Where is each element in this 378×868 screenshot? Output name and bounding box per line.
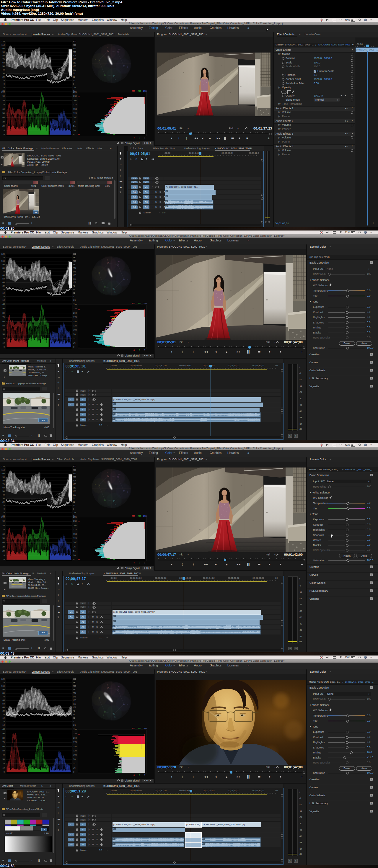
svg-text:Mg: Mg — [118, 261, 120, 263]
svg-text:fx: fx — [165, 200, 167, 202]
svg-text:fx: fx — [113, 630, 114, 632]
svg-text:G: G — [103, 77, 104, 79]
svg-text:G: G — [103, 502, 104, 503]
svg-text:fx: fx — [113, 625, 114, 627]
svg-text:Yl: Yl — [95, 272, 96, 273]
svg-text:Mg: Mg — [118, 49, 120, 50]
svg-text:fx: fx — [165, 206, 167, 207]
svg-text:fx: fx — [202, 838, 204, 840]
svg-text:Cy: Cy — [114, 503, 116, 505]
svg-text:Yl: Yl — [95, 59, 96, 61]
svg-text:R: R — [107, 684, 108, 686]
svg-text:Cy: Cy — [114, 716, 116, 718]
svg-text:G: G — [103, 289, 104, 291]
svg-text:fx: fx — [113, 418, 114, 420]
svg-text:Yl: Yl — [95, 484, 96, 486]
svg-text:fx: fx — [113, 838, 114, 840]
svg-text:fx: fx — [202, 843, 204, 845]
svg-text:R: R — [107, 46, 108, 49]
svg-text:fx: fx — [113, 843, 114, 845]
svg-text:R: R — [107, 472, 108, 473]
svg-text:Cy: Cy — [114, 79, 116, 80]
svg-text:Mg: Mg — [118, 686, 120, 688]
svg-text:Yl: Yl — [95, 696, 96, 698]
svg-text:Mg: Mg — [118, 473, 120, 475]
svg-text:R: R — [107, 259, 108, 261]
svg-text:Cy: Cy — [114, 291, 116, 293]
svg-text:G: G — [103, 714, 104, 716]
svg-text:fx: fx — [113, 413, 114, 415]
